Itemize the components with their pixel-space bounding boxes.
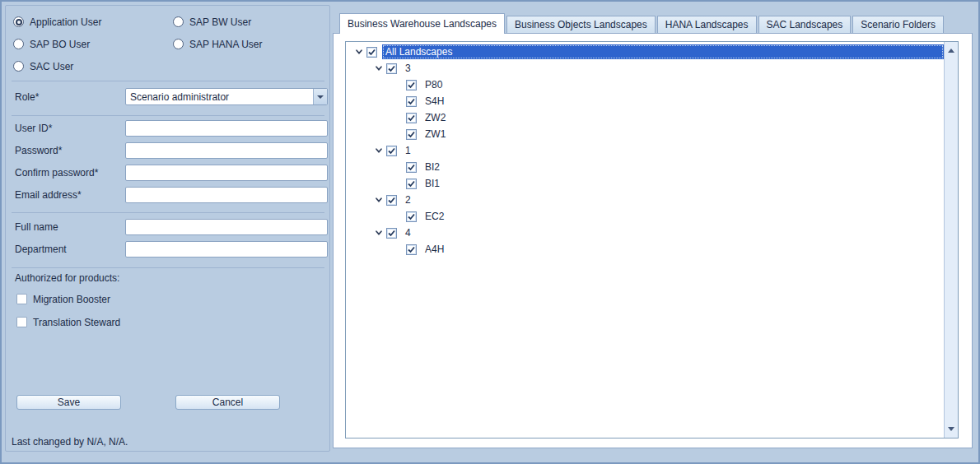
tree-item-label[interactable]: EC2 (422, 209, 447, 224)
tree-item-label[interactable]: 2 (402, 193, 414, 207)
checkbox-checked-icon[interactable] (386, 146, 397, 156)
expander-spacer (391, 93, 406, 109)
tab-label: Business Warehouse Landscapes (348, 18, 497, 30)
checkbox-label-translation-steward: Translation Steward (33, 317, 120, 328)
tree-item-s4h[interactable]: S4H (346, 93, 944, 109)
tree-item-label[interactable]: BI2 (422, 160, 443, 174)
separator (12, 81, 324, 81)
department-field[interactable] (125, 241, 328, 258)
user-id-field[interactable] (125, 120, 328, 137)
password-field[interactable] (125, 142, 328, 159)
cancel-button[interactable]: Cancel (175, 395, 280, 410)
email-field[interactable] (125, 187, 328, 203)
tree-scrollbar[interactable] (944, 42, 958, 438)
tab-scenario-folders[interactable]: Scenario Folders (852, 16, 944, 33)
triangle-down-icon (948, 427, 954, 431)
expander-chevron-icon[interactable] (371, 60, 386, 77)
expander-chevron-icon[interactable] (371, 225, 386, 241)
last-changed-status: Last changed by N/A, N/A. (12, 436, 128, 448)
checkbox-migration-booster[interactable] (16, 294, 27, 304)
checkbox-checked-icon[interactable] (406, 129, 417, 140)
chevron-down-icon (317, 95, 324, 99)
tree-item-label[interactable]: A4H (422, 242, 447, 257)
role-selected-value: Scenario administrator (130, 91, 229, 103)
expander-chevron-icon[interactable] (352, 44, 366, 60)
tree-item-label[interactable]: P80 (422, 77, 446, 92)
tree-item-label[interactable]: 4 (402, 225, 414, 240)
tree-item-bi2[interactable]: BI2 (346, 159, 944, 175)
separator (12, 212, 324, 213)
user-id-label: User ID* (15, 123, 52, 134)
full-name-label: Full name (15, 221, 58, 233)
landscape-tabstrip: Business Warehouse Landscapes Business O… (339, 13, 945, 33)
role-dropdown-button[interactable] (313, 89, 327, 104)
expander-spacer (391, 175, 406, 192)
radio-sap-hana-user[interactable] (173, 39, 184, 49)
tree-item-bi1[interactable]: BI1 (346, 175, 944, 192)
tree-rows: All Landscapes 3 P80 S4H ZW2 (346, 44, 944, 438)
tab-label: SAC Landscapes (767, 19, 843, 30)
tree-item-zw1[interactable]: ZW1 (346, 126, 944, 142)
tree-item-zw2[interactable]: ZW2 (346, 109, 944, 126)
radio-application-user[interactable] (13, 16, 24, 27)
tree-item-group-4[interactable]: 4 (346, 225, 944, 241)
tree-item-all-landscapes[interactable]: All Landscapes (346, 44, 944, 60)
radio-sac-user[interactable] (13, 61, 24, 72)
checkbox-checked-icon[interactable] (406, 162, 417, 173)
expander-spacer (391, 241, 406, 258)
scroll-up-button[interactable] (945, 44, 958, 58)
tree-item-group-1[interactable]: 1 (346, 142, 944, 159)
full-name-field[interactable] (125, 219, 328, 235)
tree-item-label[interactable]: 1 (402, 143, 414, 158)
checkbox-checked-icon[interactable] (406, 96, 417, 107)
tree-item-label[interactable]: BI1 (422, 176, 443, 191)
save-button[interactable]: Save (16, 395, 121, 410)
tab-hana-landscapes[interactable]: HANA Landscapes (657, 16, 757, 33)
tree-item-ec2[interactable]: EC2 (346, 208, 944, 225)
confirm-password-field[interactable] (125, 165, 328, 181)
radio-label-sap-hana-user: SAP HANA User (189, 39, 262, 50)
separator (12, 267, 324, 268)
radio-sap-bo-user[interactable] (13, 39, 24, 49)
expander-spacer (391, 109, 406, 126)
checkbox-checked-icon[interactable] (406, 113, 417, 123)
tab-sac-landscapes[interactable]: SAC Landscapes (758, 16, 852, 33)
tree-item-label[interactable]: 3 (402, 61, 414, 76)
tree-item-group-2[interactable]: 2 (346, 192, 944, 208)
checkbox-translation-steward[interactable] (16, 317, 27, 327)
radio-label-sap-bo-user: SAP BO User (30, 39, 90, 50)
confirm-password-label: Confirm password* (15, 167, 98, 179)
checkbox-checked-icon[interactable] (406, 211, 417, 222)
checkbox-checked-icon[interactable] (406, 179, 417, 189)
role-select[interactable]: Scenario administrator (125, 88, 328, 105)
expander-chevron-icon[interactable] (371, 142, 386, 159)
checkbox-checked-icon[interactable] (366, 47, 377, 58)
tree-item-label[interactable]: ZW1 (422, 127, 449, 142)
tree-item-label[interactable]: S4H (422, 94, 447, 109)
tab-label: Business Objects Landscapes (515, 19, 647, 30)
scroll-down-button[interactable] (945, 422, 958, 436)
tree-item-p80[interactable]: P80 (346, 77, 944, 93)
password-label: Password* (15, 145, 62, 156)
expander-spacer (391, 159, 406, 175)
tree-item-label[interactable]: All Landscapes (382, 44, 944, 59)
tab-business-objects-landscapes[interactable]: Business Objects Landscapes (506, 16, 656, 33)
tab-business-warehouse-landscapes[interactable]: Business Warehouse Landscapes (339, 13, 505, 34)
triangle-up-icon (948, 49, 954, 53)
expander-chevron-icon[interactable] (371, 192, 386, 208)
user-administration-window: Application User SAP BW User SAP BO User… (0, 0, 980, 464)
expander-spacer (391, 126, 406, 142)
checkbox-checked-icon[interactable] (386, 228, 397, 239)
tree-item-group-3[interactable]: 3 (346, 60, 944, 77)
tree-item-a4h[interactable]: A4H (346, 241, 944, 258)
checkbox-checked-icon[interactable] (406, 244, 417, 255)
checkbox-checked-icon[interactable] (386, 195, 397, 206)
checkbox-checked-icon[interactable] (406, 80, 417, 90)
radio-label-sap-bw-user: SAP BW User (189, 16, 251, 28)
email-label: Email address* (15, 189, 82, 201)
radio-sap-bw-user[interactable] (173, 16, 184, 27)
tab-label: HANA Landscapes (665, 19, 749, 30)
expander-spacer (391, 208, 406, 225)
tree-item-label[interactable]: ZW2 (422, 110, 449, 125)
checkbox-checked-icon[interactable] (386, 63, 397, 74)
